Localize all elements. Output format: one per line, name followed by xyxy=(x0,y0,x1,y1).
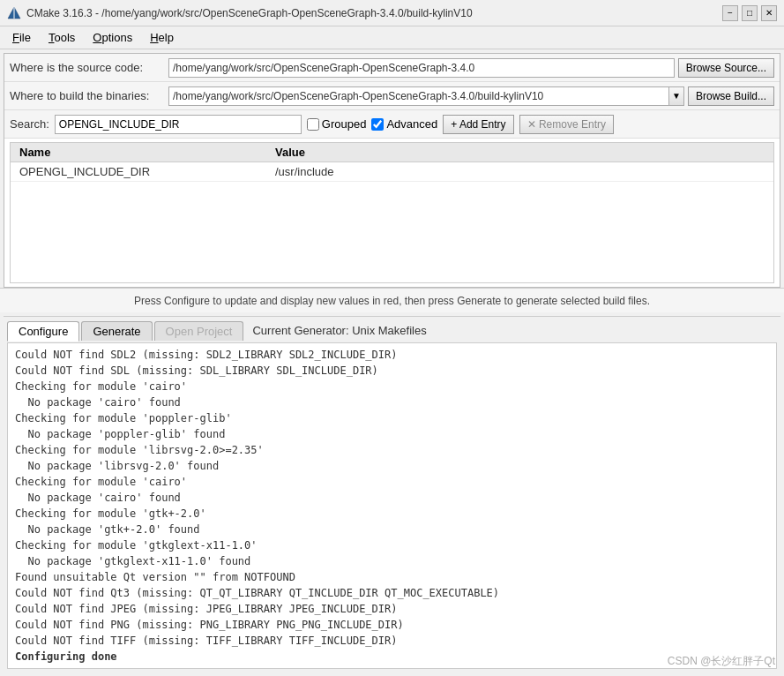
log-line: Checking for module 'librsvg-2.0>=2.35' xyxy=(15,442,769,458)
build-row: Where to build the binaries: ▼ Browse Bu… xyxy=(4,82,780,110)
cell-name: OPENGL_INCLUDE_DIR xyxy=(16,165,272,178)
col-value-header: Value xyxy=(272,146,768,159)
current-generator-label: Current Generator: Unix Makefiles xyxy=(245,324,433,337)
log-line: No package 'librsvg-2.0' found xyxy=(15,458,769,474)
tab-configure[interactable]: Configure xyxy=(7,321,79,342)
menu-options[interactable]: Options xyxy=(86,29,139,46)
title-bar-left: CMake 3.16.3 - /home/yang/work/src/OpenS… xyxy=(7,6,473,20)
window-controls: − □ ✕ xyxy=(722,5,777,21)
log-line: Could NOT find SDL2 (missing: SDL2_LIBRA… xyxy=(15,347,769,363)
log-line: Could NOT find Qt3 (missing: QT_QT_LIBRA… xyxy=(15,585,769,601)
advanced-checkbox-item: Advanced xyxy=(371,117,437,131)
browse-source-button[interactable]: Browse Source... xyxy=(678,58,774,78)
grouped-checkbox[interactable] xyxy=(307,118,319,131)
build-dropdown-button[interactable]: ▼ xyxy=(668,86,684,106)
app-window: CMake 3.16.3 - /home/yang/work/src/OpenS… xyxy=(0,0,784,676)
minimize-button[interactable]: − xyxy=(722,5,738,21)
col-name-header: Name xyxy=(16,146,272,159)
log-line: No package 'gtkglext-x11-1.0' found xyxy=(15,553,769,569)
remove-entry-button[interactable]: ✕ Remove Entry xyxy=(519,115,614,134)
search-input[interactable] xyxy=(55,115,302,134)
advanced-checkbox[interactable] xyxy=(371,118,384,131)
status-bar: Press Configure to update and display ne… xyxy=(0,288,784,312)
search-label: Search: xyxy=(10,117,49,131)
log-line: Could NOT find PNG (missing: PNG_LIBRARY… xyxy=(15,617,769,633)
tab-open-project[interactable]: Open Project xyxy=(154,321,244,341)
log-line: No package 'poppler-glib' found xyxy=(15,426,769,442)
log-line: Checking for module 'gtkglext-x11-1.0' xyxy=(15,537,769,553)
log-line: Could NOT find JPEG (missing: JPEG_LIBRA… xyxy=(15,601,769,617)
log-line: Could NOT find SDL (missing: SDL_LIBRARY… xyxy=(15,363,769,379)
tab-generate[interactable]: Generate xyxy=(81,321,152,341)
build-label: Where to build the binaries: xyxy=(10,89,168,102)
maximize-button[interactable]: □ xyxy=(742,5,758,21)
source-label: Where is the source code: xyxy=(10,61,168,74)
log-line: Could NOT find TIFF (missing: TIFF_LIBRA… xyxy=(15,633,769,649)
bottom-panel: Configure Generate Open Project Current … xyxy=(4,316,780,672)
menu-file[interactable]: File xyxy=(5,29,38,46)
log-line: Checking for module 'cairo' xyxy=(15,474,769,490)
log-line: Configuring done xyxy=(15,649,769,665)
add-entry-button[interactable]: + Add Entry xyxy=(443,115,513,134)
log-area: Could NOT find SDL2 (missing: SDL2_LIBRA… xyxy=(7,342,777,669)
close-button[interactable]: ✕ xyxy=(761,5,777,21)
browse-build-button[interactable]: Browse Build... xyxy=(688,86,774,106)
grouped-checkbox-item: Grouped xyxy=(307,117,367,131)
log-line: No package 'cairo' found xyxy=(15,490,769,506)
table-row[interactable]: OPENGL_INCLUDE_DIR /usr/include xyxy=(11,162,773,182)
advanced-label: Advanced xyxy=(386,117,437,131)
title-bar: CMake 3.16.3 - /home/yang/work/src/OpenS… xyxy=(0,0,784,26)
log-line: No package 'cairo' found xyxy=(15,394,769,410)
status-text: Press Configure to update and display ne… xyxy=(134,295,650,307)
table-body: OPENGL_INCLUDE_DIR /usr/include xyxy=(11,162,773,182)
menu-help[interactable]: Help xyxy=(143,29,181,46)
log-line: Found unsuitable Qt version "" from NOTF… xyxy=(15,569,769,585)
menu-tools[interactable]: Tools xyxy=(41,29,82,46)
top-panel: Where is the source code: Browse Source.… xyxy=(4,53,780,288)
source-input[interactable] xyxy=(168,58,675,78)
bottom-tabs: Configure Generate Open Project Current … xyxy=(4,316,780,342)
grouped-label: Grouped xyxy=(322,117,367,131)
log-line: Checking for module 'gtk+-2.0' xyxy=(15,506,769,522)
cell-value: /usr/include xyxy=(272,165,768,178)
log-line: No package 'gtk+-2.0' found xyxy=(15,522,769,537)
search-row: Search: Grouped Advanced + Add Entry ✕ R… xyxy=(4,110,780,139)
source-row: Where is the source code: Browse Source.… xyxy=(4,54,780,82)
cmake-icon xyxy=(7,6,21,20)
table-header: Name Value xyxy=(11,143,773,162)
build-input[interactable] xyxy=(168,86,669,106)
window-title: CMake 3.16.3 - /home/yang/work/src/OpenS… xyxy=(26,7,473,19)
menu-bar: File Tools Options Help xyxy=(0,26,784,49)
log-line: Checking for module 'poppler-glib' xyxy=(15,410,769,426)
log-line: Checking for module 'cairo' xyxy=(15,379,769,394)
entries-table: Name Value OPENGL_INCLUDE_DIR /usr/inclu… xyxy=(10,142,774,283)
